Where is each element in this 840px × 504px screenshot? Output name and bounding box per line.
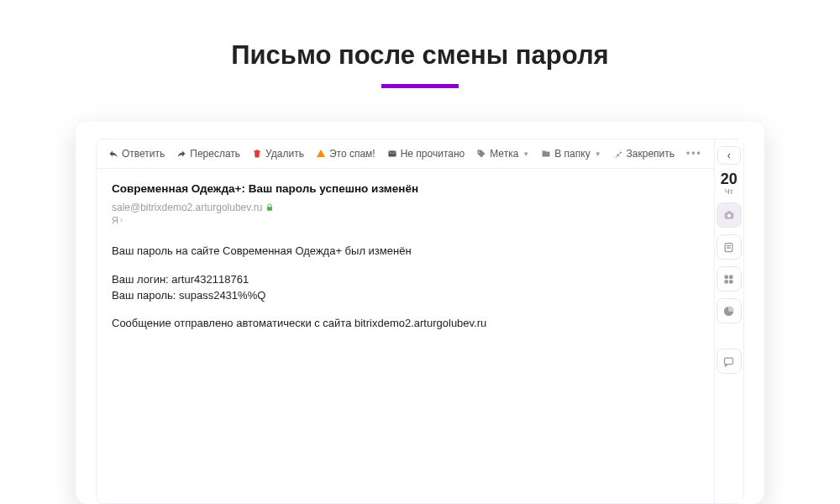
to-label: Я [112, 215, 118, 225]
svg-rect-2 [727, 211, 731, 213]
heading-underline [381, 84, 459, 88]
svg-rect-9 [729, 280, 732, 283]
move-button[interactable]: В папку ▼ [541, 148, 601, 160]
side-chat-button[interactable] [717, 349, 742, 374]
lock-icon [265, 203, 274, 212]
body-intro: Ваш пароль на сайте Современная Одежда+ … [112, 244, 699, 260]
pin-label: Закрепить [627, 148, 675, 160]
svg-rect-8 [725, 280, 728, 283]
folder-icon [541, 149, 551, 159]
mail-to[interactable]: Я › [112, 215, 699, 225]
body-login: Ваш логин: artur432118761 [112, 271, 699, 288]
caret-icon: ▼ [522, 150, 529, 158]
grid-icon [722, 273, 735, 286]
forward-icon [176, 149, 186, 159]
move-label: В папку [554, 148, 590, 160]
tag-icon [476, 149, 486, 159]
reply-button[interactable]: Ответить [108, 148, 165, 160]
spam-icon [316, 149, 326, 159]
reply-label: Ответить [122, 148, 165, 160]
page-title: Письмо после смены пароля [231, 40, 608, 71]
svg-rect-6 [725, 275, 728, 278]
pin-button[interactable]: Закрепить [613, 148, 675, 160]
caret-icon: ▼ [595, 150, 601, 158]
svg-rect-7 [729, 275, 732, 278]
trash-icon [252, 149, 262, 159]
right-sidebar: ‹ 20 Чт [714, 139, 743, 503]
side-apps-button[interactable] [717, 266, 742, 291]
collapse-button[interactable]: ‹ [717, 146, 741, 165]
envelope-icon [387, 149, 397, 159]
mail-window: Ответить Переслать Удалить [96, 139, 744, 504]
notes-icon [722, 241, 735, 254]
pie-icon [722, 305, 735, 318]
more-button[interactable]: ••• [686, 148, 702, 160]
pin-icon [613, 149, 623, 159]
date-widget[interactable]: 20 Чт [721, 171, 738, 196]
label-button[interactable]: Метка ▼ [476, 148, 529, 160]
body-footer: Сообщение отправлено автоматически с сай… [112, 316, 699, 332]
mail-toolbar: Ответить Переслать Удалить [97, 139, 714, 169]
side-stats-button[interactable] [717, 298, 742, 323]
mail-subject: Современная Одежда+: Ваш пароль успешно … [112, 182, 699, 195]
forward-button[interactable]: Переслать [176, 148, 240, 160]
side-camera-button[interactable] [717, 202, 742, 228]
reply-icon [108, 149, 118, 159]
side-notes-button[interactable] [717, 234, 742, 260]
spam-button[interactable]: Это спам! [316, 148, 375, 160]
unread-label: Не прочитано [401, 148, 465, 160]
chevron-left-icon: ‹ [727, 150, 731, 161]
chevron-right-icon: › [120, 216, 123, 224]
forward-label: Переслать [190, 148, 240, 160]
body-password: Ваш пароль: supass2431%%Q [112, 287, 699, 304]
delete-button[interactable]: Удалить [252, 148, 304, 160]
unread-button[interactable]: Не прочитано [387, 148, 465, 160]
svg-point-1 [727, 214, 731, 218]
from-address: sale@bitrixdemo2.arturgolubev.ru [112, 202, 262, 213]
label-label: Метка [490, 148, 518, 160]
date-day: Чт [721, 188, 738, 196]
mail-from: sale@bitrixdemo2.arturgolubev.ru [112, 202, 699, 213]
chat-icon [722, 355, 735, 368]
mail-body-text: Ваш пароль на сайте Современная Одежда+ … [112, 244, 699, 332]
date-number: 20 [721, 171, 738, 186]
camera-icon [722, 208, 736, 222]
spam-label: Это спам! [329, 148, 375, 160]
delete-label: Удалить [265, 148, 304, 160]
svg-rect-10 [725, 358, 733, 365]
screenshot-card: Ответить Переслать Удалить [76, 122, 764, 504]
